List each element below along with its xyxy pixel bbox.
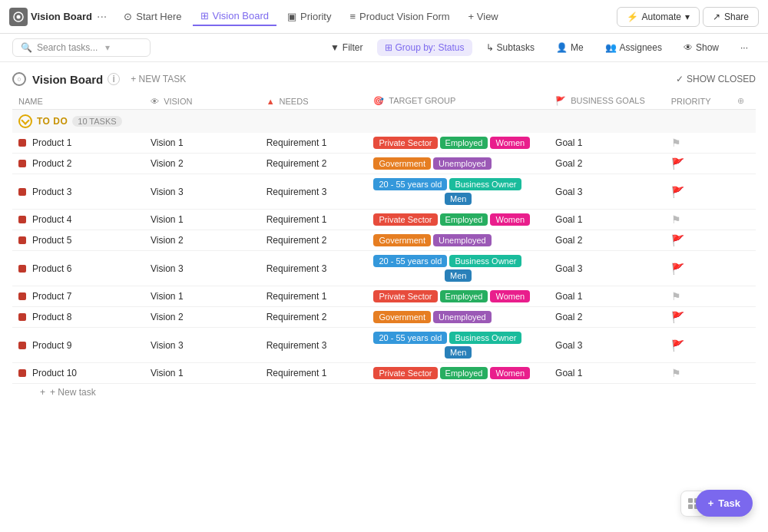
show-closed-button[interactable]: ✓ SHOW CLOSED — [676, 74, 756, 84]
new-task-plus-icon: + — [40, 387, 45, 398]
show-icon: 👁 — [684, 42, 693, 53]
task-priority-cell: 🚩 — [665, 230, 731, 251]
tag-age: 20 - 55 years old — [373, 255, 447, 267]
table-row[interactable]: Product 4 Vision 1 Requirement 1 Private… — [12, 210, 756, 230]
task-goal-cell: Goal 3 — [549, 328, 665, 363]
task-vision: Vision 2 — [151, 158, 183, 169]
priority-flag-icon: 🚩 — [671, 234, 684, 246]
start-here-icon: ⊙ — [124, 11, 132, 22]
task-priority-cell: 🚩 — [665, 174, 731, 210]
tag-employed: Employed — [440, 290, 488, 302]
info-icon[interactable]: i — [108, 73, 120, 85]
group-collapse-icon[interactable] — [18, 114, 32, 128]
task-needs: Requirement 3 — [266, 340, 327, 351]
task-goal-cell: Goal 2 — [549, 230, 665, 251]
task-name: Product 10 — [32, 368, 77, 378]
table-row[interactable]: Product 3 Vision 3 Requirement 3 20 - 55… — [12, 174, 756, 210]
table-row[interactable]: Product 7 Vision 1 Requirement 1 Private… — [12, 286, 756, 307]
col-header-name: NAME — [12, 93, 144, 110]
fab-label: Task — [718, 497, 740, 509]
task-target-cell: 20 - 55 years oldBusiness OwnerMen — [367, 328, 549, 363]
new-task-button[interactable]: + NEW TASK — [126, 71, 190, 87]
show-button[interactable]: 👁 Show — [676, 39, 727, 56]
tag-women: Women — [490, 137, 530, 149]
task-vision-cell: Vision 1 — [144, 286, 260, 307]
task-color-dot — [18, 265, 26, 273]
table-row[interactable]: Product 10 Vision 1 Requirement 1 Privat… — [12, 363, 756, 384]
add-col-icon[interactable]: ⊕ — [737, 96, 744, 105]
assignees-button[interactable]: 👥 Assignees — [598, 39, 670, 56]
table-row[interactable]: Product 1 Vision 1 Requirement 1 Private… — [12, 133, 756, 154]
task-target-cell: Private SectorEmployedWomen — [367, 286, 549, 307]
task-goal-cell: Goal 1 — [549, 133, 665, 154]
task-vision: Vision 2 — [151, 312, 183, 322]
search-box[interactable]: 🔍 Search tasks... ▾ — [12, 38, 151, 57]
add-task-fab[interactable]: + Task — [696, 490, 753, 517]
tab-start-here-label: Start Here — [136, 11, 181, 22]
more-button[interactable]: ··· — [733, 39, 756, 56]
tag-men: Men — [445, 346, 472, 359]
task-actions-cell — [731, 307, 756, 328]
share-label: Share — [724, 12, 749, 22]
subtasks-button[interactable]: ↳ Subtasks — [478, 39, 542, 56]
priority-flag-icon: ⚑ — [671, 367, 681, 379]
task-name: Product 5 — [32, 235, 71, 246]
task-vision-cell: Vision 2 — [144, 307, 260, 328]
tab-priority-label: Priority — [300, 11, 331, 22]
group-header-todo: TO DO 10 TASKS — [12, 110, 756, 134]
assignees-label: Assignees — [620, 42, 662, 53]
task-vision: Vision 1 — [151, 214, 183, 225]
share-button[interactable]: ↗ Share — [703, 7, 759, 27]
automate-button[interactable]: ⚡ Automate ▾ — [617, 7, 700, 27]
priority-flag-icon: 🚩 — [671, 186, 684, 198]
task-priority-cell: ⚑ — [665, 286, 731, 307]
task-name-cell: Product 4 — [12, 210, 144, 230]
group-icon: ⊞ — [385, 42, 392, 53]
tab-vision-board[interactable]: ⊞ Vision Board — [193, 7, 276, 26]
filter-label: Filter — [343, 42, 363, 53]
table-row[interactable]: Product 2 Vision 2 Requirement 2 Governm… — [12, 154, 756, 174]
tag-private: Private Sector — [373, 137, 437, 149]
task-color-dot — [18, 139, 26, 147]
new-task-label: + NEW TASK — [131, 74, 186, 84]
assignees-icon: 👥 — [605, 42, 617, 53]
task-target-cell: 20 - 55 years oldBusiness OwnerMen — [367, 251, 549, 286]
task-priority-cell: 🚩 — [665, 307, 731, 328]
task-actions-cell — [731, 230, 756, 251]
me-button[interactable]: 👤 Me — [548, 39, 591, 56]
table-row[interactable]: Product 5 Vision 2 Requirement 2 Governm… — [12, 230, 756, 251]
table-row[interactable]: Product 8 Vision 2 Requirement 2 Governm… — [12, 307, 756, 328]
filter-button[interactable]: ▼ Filter — [323, 39, 371, 56]
task-name: Product 3 — [32, 187, 71, 197]
needs-col-icon: ▲ — [266, 97, 275, 106]
fab-plus-icon: + — [708, 497, 714, 509]
tag-men: Men — [445, 269, 472, 282]
task-vision-cell: Vision 3 — [144, 328, 260, 363]
tab-priority[interactable]: ▣ Priority — [280, 8, 339, 25]
search-chevron: ▾ — [105, 42, 110, 53]
table-row[interactable]: Product 6 Vision 3 Requirement 3 20 - 55… — [12, 251, 756, 286]
col-header-vision: 👁 VISION — [144, 93, 260, 110]
task-target-cell: GovernmentUnemployed — [367, 230, 549, 251]
new-task-row[interactable]: + + New task — [34, 384, 756, 401]
task-vision-cell: Vision 2 — [144, 230, 260, 251]
col-header-needs: ▲ NEEDS — [260, 93, 368, 110]
app-title: Vision Board — [31, 11, 92, 22]
tab-start-here[interactable]: ⊙ Start Here — [116, 8, 189, 25]
table-row[interactable]: Product 9 Vision 3 Requirement 3 20 - 55… — [12, 328, 756, 363]
task-goal-cell: Goal 1 — [549, 210, 665, 230]
task-needs: Requirement 2 — [266, 312, 327, 322]
tab-product-vision-form[interactable]: ≡ Product Vision Form — [342, 8, 457, 25]
task-vision-cell: Vision 1 — [144, 210, 260, 230]
app-menu-dots[interactable]: ··· — [97, 10, 107, 24]
app-logo — [9, 8, 28, 26]
task-needs-cell: Requirement 2 — [260, 230, 368, 251]
tag-unemployed: Unemployed — [433, 157, 492, 170]
col-header-actions: ⊕ — [731, 93, 756, 110]
svg-rect-2 — [688, 498, 693, 503]
task-priority-cell: ⚑ — [665, 363, 731, 384]
task-name-cell: Product 6 — [12, 251, 144, 286]
group-by-button[interactable]: ⊞ Group by: Status — [377, 39, 472, 56]
task-color-dot — [18, 160, 26, 167]
tab-add-view[interactable]: + View — [461, 8, 506, 25]
